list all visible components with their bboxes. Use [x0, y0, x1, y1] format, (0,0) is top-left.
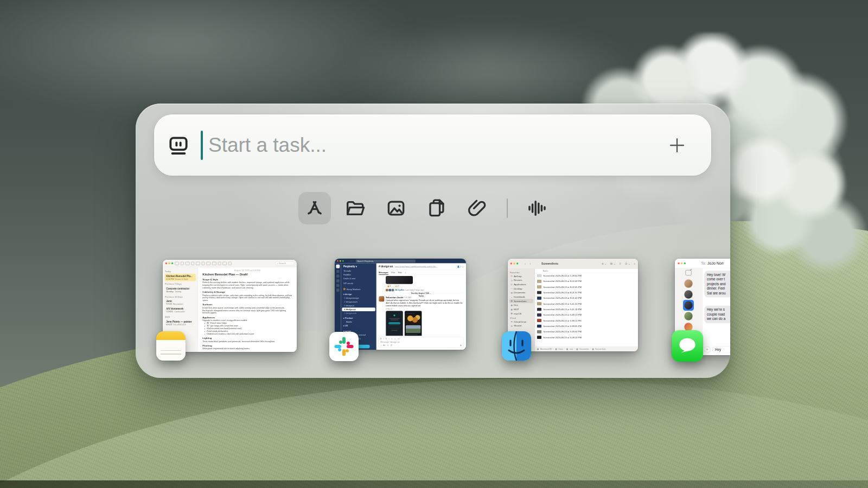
messages-header: To:JoJo Nori [675, 259, 730, 268]
sidebar-item: ☁iCloud Drive [509, 319, 533, 324]
sidebar-item-icon: ☁ [510, 320, 513, 323]
toolbar-icons: ≡ ⌄⊞ ⌄⇧⊙ ⌄⌕ [602, 262, 636, 265]
sidebar-item: ◎AirDrop [509, 274, 533, 278]
window-controls [678, 262, 686, 264]
sidebar-item-icon: Ⓐ [510, 283, 513, 286]
channel-tabs: Messages Pins Files + [376, 270, 466, 275]
composer-placeholder: Message #design-ux [380, 341, 462, 343]
slack-sidebar-item: # design-ui [342, 304, 375, 307]
toolbar-icon [222, 262, 227, 265]
file-row: Screenshot 2025-08-13 at 5.08.10 PM [535, 335, 638, 340]
sidebar-item-icon: ▦ [510, 312, 513, 314]
column-header: Name [535, 268, 638, 273]
task-search-bar[interactable] [154, 114, 711, 176]
apps-button[interactable] [298, 192, 331, 224]
copy-button[interactable] [420, 192, 453, 224]
notes-search-field: ⌕Search [276, 261, 295, 265]
thread-replies-link: 24 replies [395, 289, 404, 291]
section-label: 2023 [165, 316, 195, 318]
thread-reply-row: 24 replies Last reply 3 days ago [386, 289, 463, 292]
send-icon: ▶ [461, 344, 462, 346]
folder-icon [344, 197, 367, 220]
search-icon: ⌕ [277, 262, 278, 265]
note-paragraph: Three matte black pendants over peninsul… [202, 340, 292, 343]
toolbar-icon: ⊞ ⌄ [610, 262, 616, 265]
conversation-avatar [683, 289, 694, 300]
note-paragraph: Upgrade to stainless steel, energy-effic… [202, 319, 292, 322]
zoom-button [342, 260, 344, 262]
file-name: Screenshot 2025-08-13 at 8.01.51 PM [543, 291, 582, 294]
sidebar-item: ▦macOS [509, 311, 533, 316]
toolbar-icon [218, 262, 221, 265]
note-date: August 14, 2025 at 4:03 PM [202, 269, 292, 272]
toolbar-icon [175, 262, 179, 265]
file-thumbnail [537, 274, 541, 278]
conversation-avatar [683, 311, 694, 322]
composer-icon: Aa [383, 344, 385, 346]
incoming-bubble: Hey we're scouple roadwe can do a [704, 306, 730, 323]
reactions-row: 😀 1🙌 2 [379, 285, 401, 288]
slack-sidebar-item: ▸ Product [342, 317, 375, 320]
image-button[interactable] [380, 192, 412, 224]
file-thumbnail [537, 313, 541, 317]
note-list-item: Jenn Paints — painter 8/9/23555-453-5453 [164, 319, 196, 327]
sidebar-item-icon: ▦ [510, 304, 513, 306]
message-line: Hey we're s [707, 307, 730, 312]
file-thumbnail [537, 280, 541, 283]
slack-sidebar-item: Henry Modisett [342, 287, 375, 291]
note-paragraph: Replace cabinets with custom, soft-close… [202, 294, 292, 302]
composer-bottom-bar: +Aa☺@ ▶ [380, 344, 462, 346]
sidebar-item-icon: ▦ [510, 308, 513, 310]
toolbar-icon [202, 262, 205, 265]
note-content: August 14, 2025 at 4:03 PM Kitchen Remod… [198, 267, 297, 352]
reaction-pill: 🙌 2 [393, 285, 400, 288]
slack-logo-icon [334, 336, 354, 357]
sidebar-item: ⒶApplications [509, 282, 533, 287]
folder-icon: ▦ [592, 348, 594, 350]
format-icon: S [385, 338, 386, 340]
plus-icon[interactable] [667, 135, 687, 156]
avatar [684, 301, 692, 309]
message-line: we can do a [707, 317, 730, 321]
slack-app-icon[interactable] [329, 332, 359, 361]
slack-sidebar-item: # design-team [342, 300, 375, 304]
sidebar-item-icon: ▭ [510, 287, 513, 290]
file-thumbnail [537, 325, 541, 328]
attachment-button[interactable] [461, 192, 494, 224]
channel-header: # design-ux https://www.figma.com/design… [376, 264, 466, 270]
note-list-item: Kitchen Remodel Pla... 4:03 PMScope & St… [164, 274, 196, 281]
note-list-item: A/V Homework 7/29/25Continuous [164, 306, 196, 314]
window-controls [165, 262, 174, 264]
apps-icon [303, 197, 326, 220]
computer-icon [166, 133, 191, 157]
toolbar-icon [212, 262, 216, 265]
folder-button[interactable] [339, 192, 372, 224]
messages-app-icon[interactable] [672, 330, 703, 362]
conversation-avatar [683, 278, 694, 289]
file-name: Screenshot 2025-08-13 at 5.08.10 PM [543, 336, 582, 339]
sidebar-item-icon: ◎ [510, 275, 513, 277]
task-input[interactable] [208, 134, 667, 157]
slack-sidebar-item: # design-lounge [342, 297, 375, 300]
folder-icon: ▦ [576, 348, 578, 350]
slack-sidebar-item: Threads [342, 269, 375, 273]
toolbar-icon: ⇧ [619, 262, 621, 265]
mobile-screenshot [386, 311, 403, 336]
file-row: Screenshot 2025-08-13 at 5.41.20 PM [535, 301, 638, 306]
note-heading: Lighting [202, 337, 292, 339]
channel-link: https://www.figma.com/design/weekly-augu… [395, 266, 438, 268]
note-paragraph: Refresh the existing kitchen with modern… [202, 281, 292, 290]
divider [507, 198, 508, 218]
close-button [165, 262, 167, 264]
slack-titlebar: ‹ › Search Perplexity [335, 259, 466, 264]
voice-button[interactable] [521, 192, 553, 224]
format-icon: ∿ [388, 338, 390, 340]
history-arrows: ‹ › [350, 260, 354, 262]
notes-app-icon[interactable] [156, 331, 186, 361]
close-button [678, 262, 679, 264]
slack-sidebar-item: # design-web [342, 311, 375, 315]
message-line: come over t [707, 277, 730, 281]
finder-app-icon[interactable] [502, 331, 531, 361]
message-line: dinner. Feel [707, 286, 730, 291]
toolbar-icon [206, 262, 210, 265]
